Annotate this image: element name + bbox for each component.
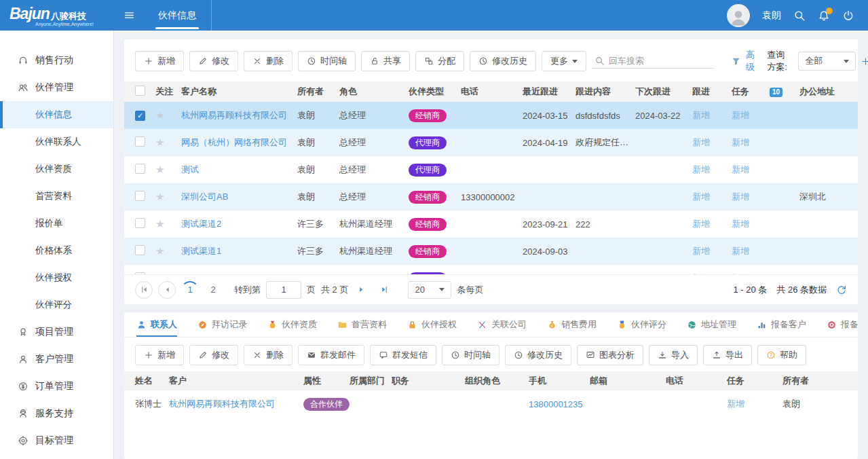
sidebar-subitem-partner-score[interactable]: 伙伴评分 (0, 291, 113, 318)
star-icon[interactable]: ★ (155, 164, 164, 175)
column-header[interactable]: 跟进内容 (575, 86, 635, 98)
add-follow-link[interactable]: 新增 (692, 191, 710, 202)
add-follow-link[interactable]: 新增 (692, 110, 710, 120)
column-header[interactable]: 客户 (169, 375, 303, 387)
sidebar-item-project-management[interactable]: 项目管理 (0, 318, 113, 346)
column-header[interactable]: 属性 (303, 375, 350, 387)
row-checkbox[interactable] (135, 164, 145, 174)
star-icon[interactable]: ★ (155, 218, 164, 230)
detail-tab-visit-records[interactable]: 拜访记录 (197, 312, 247, 337)
star-icon[interactable]: ★ (155, 136, 164, 148)
column-header[interactable]: 客户名称 (181, 86, 297, 98)
add-task-link[interactable]: 新增 (732, 246, 749, 256)
avatar[interactable] (727, 4, 750, 27)
refresh-button[interactable] (836, 284, 847, 295)
page-1-button[interactable]: 1 (181, 281, 199, 299)
partner-row[interactable]: ★代理商新增新增 (124, 265, 858, 274)
add-follow-link[interactable]: 新增 (692, 137, 710, 147)
row-checkbox[interactable] (135, 191, 145, 201)
column-header[interactable]: 所有者 (297, 86, 339, 98)
column-header[interactable]: 邮箱 (590, 375, 666, 387)
timeline-button[interactable]: 时间轴 (298, 51, 356, 71)
advanced-search-link[interactable]: 高级 (746, 49, 758, 73)
star-icon[interactable]: ★ (155, 272, 164, 274)
timeline-button[interactable]: 时间轴 (442, 345, 499, 365)
add-task-link[interactable]: 新增 (732, 273, 749, 274)
detail-tab-first-camp-data[interactable]: 首营资料 (337, 312, 387, 337)
bulk-email-button[interactable]: 群发邮件 (298, 345, 364, 365)
column-header[interactable]: 伙伴类型 (409, 86, 461, 98)
help-button[interactable]: ?帮助 (757, 345, 806, 365)
sidebar-subitem-partner-contacts[interactable]: 伙伴联系人 (0, 128, 113, 155)
partner-row[interactable]: ★测试渠道2许三多杭州渠道经理经销商2023-09-21222新增新增 (124, 210, 858, 238)
detail-tab-related-companies[interactable]: 关联公司 (477, 312, 527, 337)
column-header[interactable]: 办公地址 (799, 86, 858, 98)
star-icon[interactable]: ★ (155, 109, 164, 121)
partner-row[interactable]: ★深圳公司AB袁朗总经理经销商13300000002新增新增深圳北 (124, 183, 858, 210)
partner-name-link[interactable]: 测试渠道2 (181, 219, 221, 229)
next-page-button[interactable] (352, 281, 370, 299)
sidebar-subitem-partner-info[interactable]: 伙伴信息 (0, 101, 113, 128)
add-task-link[interactable]: 新增 (732, 110, 749, 120)
detail-tab-partner-authorization[interactable]: 伙伴授权 (407, 312, 457, 337)
search-input[interactable] (609, 56, 711, 66)
row-checkbox[interactable] (135, 245, 145, 255)
select-all-checkbox[interactable] (135, 86, 145, 96)
detail-tab-partner-qualification[interactable]: 伙伴资质 (267, 312, 317, 337)
sidebar-item-service-support[interactable]: 服务支持 (0, 400, 113, 427)
column-header[interactable]: 跟进 (692, 86, 732, 98)
delete-button[interactable]: 删除 (244, 345, 293, 365)
partner-name-link[interactable]: 测试渠道1 (181, 246, 221, 256)
column-header[interactable]: 任务 (732, 86, 770, 98)
add-follow-link[interactable]: 新增 (692, 246, 710, 256)
goto-page-input[interactable] (266, 281, 301, 299)
import-button[interactable]: 导入 (649, 345, 698, 365)
column-header[interactable]: 10 (770, 86, 799, 97)
logout-button[interactable] (842, 10, 854, 22)
query-scheme-select[interactable]: 全部 (798, 52, 855, 71)
star-icon[interactable]: ★ (155, 245, 164, 257)
partner-name-link[interactable]: 杭州网易再顾科技有限公司 (181, 110, 287, 120)
sidebar-subitem-first-camp-data[interactable]: 首营资料 (0, 183, 113, 210)
filter-funnel-icon[interactable] (731, 56, 741, 67)
export-button[interactable]: 导出 (703, 345, 752, 365)
add-follow-link[interactable]: 新增 (692, 219, 710, 229)
column-header[interactable]: 所属部门 (350, 375, 392, 387)
add-task-link[interactable]: 新增 (732, 137, 749, 147)
column-header[interactable]: 电话 (461, 86, 523, 98)
row-checkbox[interactable] (135, 136, 145, 147)
detail-tab-contacts[interactable]: 联系人 (136, 312, 177, 337)
row-checkbox[interactable]: ✓ (135, 111, 145, 121)
search-button[interactable] (793, 10, 806, 22)
column-header[interactable]: 任务 (727, 375, 782, 387)
row-checkbox[interactable] (135, 218, 145, 228)
history-button[interactable]: 修改历史 (505, 345, 571, 365)
column-header[interactable]: 关注 (155, 86, 181, 98)
add-task-link[interactable]: 新增 (732, 191, 749, 202)
more-button[interactable]: 更多 (542, 51, 586, 71)
sidebar-subitem-quotation[interactable]: 报价单 (0, 210, 113, 237)
add-scheme-button[interactable] (861, 56, 868, 67)
partner-name-link[interactable]: 测试 (181, 164, 199, 175)
add-follow-link[interactable]: 新增 (692, 273, 710, 274)
column-header[interactable]: 最近跟进 (523, 86, 575, 98)
sidebar-item-customer-management[interactable]: 客户管理 (0, 346, 113, 373)
partner-row[interactable]: ✓★杭州网易再顾科技有限公司袁朗总经理经销商2024-03-15dsfdsfds… (124, 102, 858, 129)
menu-toggle-button[interactable] (115, 0, 143, 31)
star-icon[interactable]: ★ (155, 191, 164, 202)
add-follow-link[interactable]: 新增 (692, 164, 710, 175)
partner-row[interactable]: ★网易（杭州）网络有限公司袁朗总经理代理商2024-04-19政府规定任何…新增… (124, 129, 858, 156)
delete-button[interactable]: 删除 (244, 51, 293, 71)
sidebar-item-order-management[interactable]: 订单管理 (0, 373, 113, 400)
page-2-button[interactable]: 2 (204, 281, 222, 299)
prev-page-button[interactable] (158, 281, 176, 299)
column-header[interactable]: 姓名 (124, 375, 169, 387)
column-header[interactable]: 角色 (339, 86, 409, 98)
edit-button[interactable]: 修改 (189, 345, 238, 365)
detail-tab-reported-projects[interactable]: 报备项目 (827, 312, 858, 337)
column-header[interactable]: 手机 (529, 375, 590, 387)
row-checkbox[interactable] (135, 272, 145, 274)
column-header[interactable]: 职务 (392, 375, 465, 387)
partner-row[interactable]: ★测试渠道1许三多杭州渠道经理经销商2024-09-03新增新增 (124, 238, 858, 265)
column-header[interactable]: 所有者 (782, 375, 844, 387)
